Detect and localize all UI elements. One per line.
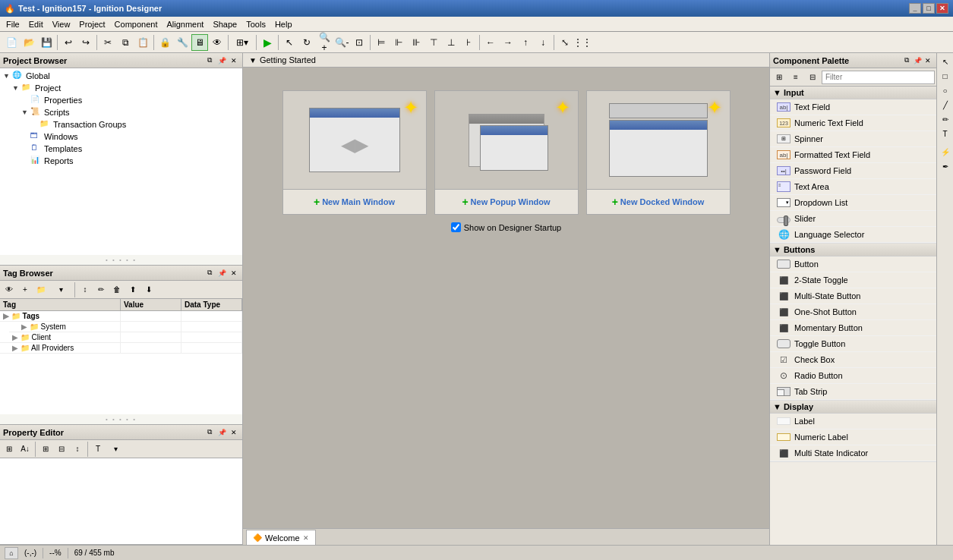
tag-browser-drag-handle[interactable]: • • • • • — [0, 414, 242, 424]
prop-dropdown-btn[interactable]: ▾ — [106, 442, 125, 457]
lock-button[interactable]: 🔒 — [156, 34, 173, 51]
rt-zoom-btn[interactable]: ⚡ — [939, 145, 952, 159]
palette-item-oneshot-button[interactable]: ⬛ One-Shot Button — [770, 304, 936, 320]
new-main-window-card[interactable]: ◀ ▶ ✦ + New Main Window — [282, 90, 427, 215]
tag-row-providers[interactable]: ▶ 📁 All Providers — [0, 343, 242, 354]
maximize-button[interactable]: □ — [923, 3, 935, 14]
palette-item-2state-toggle[interactable]: ⬛ 2-State Toggle — [770, 272, 936, 288]
palette-section-input-header[interactable]: ▼ Input — [770, 87, 936, 99]
tag-folder-btn[interactable]: 📁 — [33, 282, 49, 297]
palette-item-slider[interactable]: Slider — [770, 211, 936, 227]
nudge-right-button[interactable]: → — [500, 34, 516, 51]
tag-import-btn[interactable]: ⬆ — [125, 282, 140, 297]
align-center-button[interactable]: ⊩ — [390, 34, 407, 51]
palette-item-toggle-button[interactable]: Toggle Button — [770, 336, 936, 352]
prop-close[interactable]: ✕ — [229, 427, 239, 438]
palette-float[interactable]: ⧉ — [901, 55, 912, 66]
nudge-down-button[interactable]: ↓ — [535, 34, 551, 51]
tree-item-properties[interactable]: 📄 Properties — [20, 94, 241, 106]
project-browser-pin[interactable]: 📌 — [216, 55, 227, 66]
new-popup-window-card[interactable]: ✦ + New Popup Window — [434, 90, 579, 215]
align-bottom-button[interactable]: ⊦ — [460, 34, 477, 51]
prop-font-btn[interactable]: T — [90, 442, 106, 457]
close-button[interactable]: ✕ — [936, 3, 948, 14]
menu-alignment[interactable]: Alignment — [162, 18, 208, 30]
tree-item-reports[interactable]: 📊 Reports — [20, 155, 241, 167]
new-button[interactable]: 📄 — [3, 34, 20, 51]
palette-section-buttons-header[interactable]: ▼ Buttons — [770, 244, 936, 256]
palette-item-radio-button[interactable]: ⊙ Radio Button — [770, 368, 936, 384]
status-home-btn[interactable]: ⌂ — [5, 547, 18, 559]
tree-item-templates[interactable]: 🗒 Templates — [20, 143, 241, 155]
menu-file[interactable]: File — [2, 18, 24, 30]
zoom-fit-button[interactable]: ⊡ — [351, 34, 368, 51]
nudge-left-button[interactable]: ← — [482, 34, 499, 51]
menu-shape[interactable]: Shape — [208, 18, 241, 30]
rt-pencil-btn[interactable]: ✒ — [939, 159, 952, 173]
palette-view-btn[interactable]: ⊞ — [772, 70, 787, 85]
show-on-startup-checkbox[interactable] — [451, 222, 461, 232]
paste-button[interactable]: 📋 — [134, 34, 151, 51]
align-top-button[interactable]: ⊤ — [425, 34, 442, 51]
rt-text-btn[interactable]: T — [939, 127, 952, 140]
new-docked-window-card[interactable]: ✦ + New Docked Window — [586, 90, 731, 215]
palette-item-tab-strip[interactable]: Tab Strip — [770, 384, 936, 400]
menu-help[interactable]: Help — [270, 18, 297, 30]
palette-item-numeric-text-field[interactable]: 123 Numeric Text Field — [770, 115, 936, 131]
nudge-up-button[interactable]: ↑ — [517, 34, 534, 51]
palette-item-text-field[interactable]: ab| Text Field — [770, 99, 936, 115]
tab-welcome-close[interactable]: ✕ — [303, 534, 309, 542]
palette-item-button[interactable]: Button — [770, 256, 936, 272]
rt-path-btn[interactable]: ✏ — [939, 112, 952, 126]
distribute-button[interactable]: ⊪ — [408, 34, 424, 51]
prop-float[interactable]: ⧉ — [204, 427, 215, 438]
palette-item-multistate-indicator[interactable]: ⬛ Multi State Indicator — [770, 445, 936, 461]
prop-expand2-btn[interactable]: ⊟ — [54, 442, 69, 457]
rt-line-btn[interactable]: ╱ — [939, 98, 952, 112]
rt-select-btn[interactable]: ↖ — [939, 55, 952, 68]
palette-item-momentary-button[interactable]: ⬛ Momentary Button — [770, 320, 936, 336]
window-dropdown[interactable]: ⊞▾ — [231, 34, 254, 51]
palette-view3-btn[interactable]: ⊟ — [805, 70, 820, 85]
project-browser-drag-handle[interactable]: • • • • • — [0, 255, 242, 265]
tab-welcome[interactable]: 🔶 Welcome ✕ — [246, 530, 316, 545]
rt-oval-btn[interactable]: ○ — [939, 83, 952, 97]
menu-edit[interactable]: Edit — [24, 18, 48, 30]
tree-item-scripts[interactable]: ▼ 📜 Scripts — [20, 106, 241, 118]
tag-delete-btn[interactable]: 🗑 — [109, 282, 125, 297]
tree-item-global[interactable]: ▼ 🌐 Global — [2, 70, 241, 82]
tag-add-btn[interactable]: + — [17, 282, 33, 297]
tree-item-project[interactable]: ▼ 📁 Project — [11, 82, 241, 94]
tag-dropdown[interactable]: ▾ — [49, 282, 72, 297]
open-button[interactable]: 📂 — [21, 34, 37, 51]
palette-close[interactable]: ✕ — [923, 55, 933, 66]
rt-draw-btn[interactable]: □ — [939, 69, 952, 83]
project-browser-close[interactable]: ✕ — [229, 55, 239, 66]
menu-view[interactable]: View — [48, 18, 75, 30]
prop-alpha-btn[interactable]: A↓ — [17, 442, 33, 457]
minimize-button[interactable]: _ — [909, 3, 921, 14]
palette-section-display-header[interactable]: ▼ Display — [770, 401, 936, 414]
save-button[interactable]: 💾 — [38, 34, 55, 51]
tag-row-client[interactable]: ▶ 📁 Client — [0, 332, 242, 343]
tree-item-transaction-groups[interactable]: 📁 Transaction Groups — [29, 118, 241, 131]
palette-item-numeric-label[interactable]: Numeric Label — [770, 429, 936, 445]
tag-edit-btn[interactable]: ✏ — [93, 282, 109, 297]
tag-export-btn[interactable]: ⬇ — [141, 282, 156, 297]
project-browser-float[interactable]: ⧉ — [204, 55, 215, 66]
prop-btn3[interactable]: ↕ — [70, 442, 85, 457]
prop-expand-btn[interactable]: ⊞ — [38, 442, 53, 457]
zoom-out-button[interactable]: 🔍- — [333, 34, 350, 51]
tag-browser-float[interactable]: ⧉ — [204, 268, 215, 278]
palette-item-label[interactable]: Label — [770, 414, 936, 429]
gs-collapse-btn[interactable]: ▼ — [249, 56, 257, 64]
tag-browser-pin[interactable]: 📌 — [216, 268, 227, 278]
menu-component[interactable]: Component — [110, 18, 163, 30]
designer-button[interactable]: 🖥 — [191, 34, 208, 51]
palette-item-text-area[interactable]: ≡ Text Area — [770, 179, 936, 195]
zoom-in-button[interactable]: 🔍+ — [316, 34, 333, 51]
tag-row-system[interactable]: ▶ 📁 System — [9, 322, 242, 332]
menu-tools[interactable]: Tools — [241, 18, 270, 30]
cut-button[interactable]: ✂ — [99, 34, 116, 51]
tag-move-btn[interactable]: ↕ — [77, 282, 93, 297]
